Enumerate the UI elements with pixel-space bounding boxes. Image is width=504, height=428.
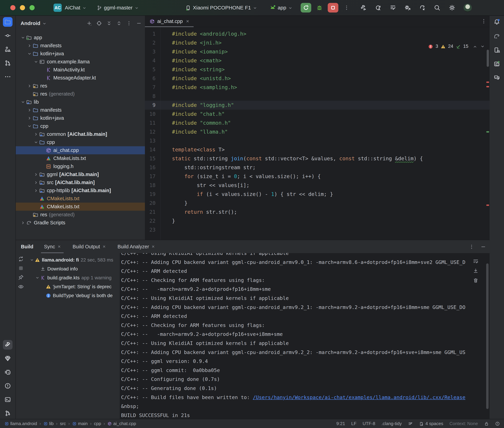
options-kebab-icon[interactable] xyxy=(126,20,132,26)
gemini-chat-button[interactable] xyxy=(492,73,502,82)
project-tree-row-manifests[interactable]: manifests xyxy=(16,42,145,50)
project-tree-row-kotlin-java[interactable]: kotlin+java xyxy=(16,50,145,58)
structure-tool-button[interactable] xyxy=(3,45,13,54)
debug-button[interactable] xyxy=(316,4,323,11)
device-selector[interactable]: Xiaomi POCOPHONE F1 xyxy=(185,4,257,11)
build-tree-row[interactable]: Download info xyxy=(27,264,120,273)
more-tool-windows-button[interactable] xyxy=(3,72,13,82)
gradle-tool-button[interactable] xyxy=(492,32,502,41)
maximize-window-button[interactable] xyxy=(29,5,35,10)
app-quality-insights-button[interactable] xyxy=(3,354,13,363)
code-line[interactable]: #include <unistd.h> xyxy=(172,74,485,83)
code-line[interactable]: template<class T> xyxy=(172,145,485,154)
prev-problem-icon[interactable] xyxy=(472,42,478,51)
project-tree-row-cmakelists-txt[interactable]: CMakeLists.txt xyxy=(16,203,145,211)
breadcrumb-item-main[interactable]: main xyxy=(72,421,88,426)
project-tree-row-cmakelists-txt[interactable]: CMakeLists.txt xyxy=(16,154,145,162)
project-view-selector[interactable]: Android xyxy=(21,20,47,26)
project-tree-row-manifests[interactable]: manifests xyxy=(16,106,145,114)
project-tree-row-res[interactable]: res xyxy=(16,82,145,90)
vcs-branch-selector[interactable]: ggml-master xyxy=(96,5,139,11)
project-tool-button[interactable] xyxy=(3,17,13,27)
pull-requests-tool-button[interactable] xyxy=(3,58,13,68)
build-icon[interactable] xyxy=(360,4,367,11)
code-line[interactable]: #include "common.h" xyxy=(172,118,485,127)
project-tree-row-lib[interactable]: lib xyxy=(16,98,145,106)
encoding-indicator[interactable]: UTF-8 xyxy=(363,421,375,426)
apply-code-changes-icon[interactable] xyxy=(389,4,396,11)
project-tree-row-com-example-llama[interactable]: com.example.llama xyxy=(16,58,145,66)
code-line[interactable]: #include "chat.h" xyxy=(172,110,485,118)
code-line[interactable]: static std::string join(const std::vecto… xyxy=(172,154,485,163)
commit-tool-button[interactable] xyxy=(3,31,13,41)
hide-panel-icon[interactable] xyxy=(480,244,486,249)
project-tree-row-kotlin-java[interactable]: kotlin+java xyxy=(16,114,145,122)
project-tree-row-cpp[interactable]: cpp xyxy=(16,138,145,146)
more-run-actions-kebab[interactable] xyxy=(343,5,350,11)
soft-wrap-icon[interactable] xyxy=(473,258,479,264)
code-line[interactable]: return str.str(); xyxy=(172,208,485,216)
apply-changes-icon[interactable] xyxy=(375,4,382,11)
project-tree-row-messageadapter-kt[interactable]: MessageAdapter.kt xyxy=(16,74,145,82)
error-stripe-mark[interactable] xyxy=(486,82,489,83)
code-line[interactable]: str << values[i]; xyxy=(172,181,485,190)
stripe-mark-ok[interactable] xyxy=(486,131,489,132)
options-kebab-icon[interactable] xyxy=(469,244,475,249)
tab-build-output[interactable]: Build Output × xyxy=(71,240,107,253)
code-line[interactable]: #include "llama.h" xyxy=(172,127,485,136)
caret-position[interactable]: 9:21 xyxy=(336,421,345,426)
breadcrumb-item-ai-chat-cpp[interactable]: ai_chat.cpp xyxy=(107,421,136,426)
error-stripe-mark[interactable] xyxy=(486,86,489,87)
running-devices-button[interactable] xyxy=(492,59,502,68)
close-tab-icon[interactable]: × xyxy=(103,244,105,249)
code-line[interactable]: for (size_t i = 0; i < values.size(); i+… xyxy=(172,172,485,181)
refresh-sync-icon[interactable] xyxy=(18,256,24,262)
line-ending-indicator[interactable]: LF xyxy=(351,421,356,426)
tab-build-analyzer[interactable]: Build Analyzer × xyxy=(116,240,156,253)
collapse-all-icon[interactable] xyxy=(116,20,122,26)
device-manager-button[interactable] xyxy=(492,45,502,55)
error-circle-icon[interactable] xyxy=(495,421,500,426)
hide-panel-icon[interactable] xyxy=(136,20,142,26)
build-tool-button[interactable] xyxy=(3,340,13,350)
rerun-button[interactable] xyxy=(301,3,311,13)
code-line[interactable]: } xyxy=(172,199,485,208)
code-line[interactable] xyxy=(172,92,485,101)
breadcrumb-item-lib[interactable]: lib xyxy=(43,421,54,426)
console-scrollbar[interactable] xyxy=(486,263,488,409)
project-tree-row-app[interactable]: app xyxy=(16,33,145,42)
project-tree-row-cmakelists-txt[interactable]: CMakeLists.txt xyxy=(16,195,145,203)
next-problem-icon[interactable] xyxy=(480,42,485,51)
code-line[interactable]: #include "logging.h" xyxy=(172,101,485,110)
build-console[interactable]: C/C++: -- Using KleidiAI optimized kerne… xyxy=(120,253,490,420)
stop-button[interactable] xyxy=(328,3,338,13)
project-tree-row-mainactivity-kt[interactable]: MainActivity.kt xyxy=(16,66,145,74)
attach-debugger-icon[interactable] xyxy=(404,4,411,11)
build-tree-row[interactable]: BuildType 'debug' is both de xyxy=(27,291,120,300)
breadcrumb-item-src[interactable]: src xyxy=(60,421,66,426)
project-tree-row-res[interactable]: res(generated) xyxy=(16,211,145,219)
code-style-indicator[interactable]: .clang-tidy xyxy=(381,421,402,426)
close-tab-icon[interactable]: × xyxy=(58,244,60,249)
tab-sync[interactable]: Sync × xyxy=(43,240,62,253)
project-selector[interactable]: AiChat xyxy=(65,5,87,11)
run-configuration-selector[interactable]: app xyxy=(269,4,293,11)
editor-options-kebab[interactable] xyxy=(481,18,487,24)
editor-scrollbar[interactable] xyxy=(487,50,489,67)
code-line[interactable]: #include <sampling.h> xyxy=(172,83,485,92)
inspections-widget[interactable]: 3 24 15 xyxy=(428,42,485,51)
add-icon[interactable] xyxy=(86,20,92,26)
close-tab-icon[interactable]: × xyxy=(186,18,189,24)
code-line[interactable]: if (i < values.size() - 1) { str << deli… xyxy=(172,190,485,199)
code-line[interactable]: } xyxy=(172,216,485,225)
breadcrumb-item-cpp[interactable]: cpp xyxy=(94,421,101,426)
project-tree-row-ai-chat-cpp[interactable]: ai_chat.cpp xyxy=(16,146,145,154)
locate-file-icon[interactable] xyxy=(96,20,102,26)
expand-all-icon[interactable] xyxy=(106,20,112,26)
code-line[interactable]: #include <android/log.h> xyxy=(172,29,485,38)
notifications-bell-icon[interactable] xyxy=(492,17,502,27)
project-tree-row-logging-h[interactable]: logging.h xyxy=(16,162,145,170)
indent-indicator[interactable]: 4 spaces xyxy=(419,421,443,426)
search-icon[interactable] xyxy=(434,4,441,11)
show-details-eye-icon[interactable] xyxy=(18,284,24,290)
